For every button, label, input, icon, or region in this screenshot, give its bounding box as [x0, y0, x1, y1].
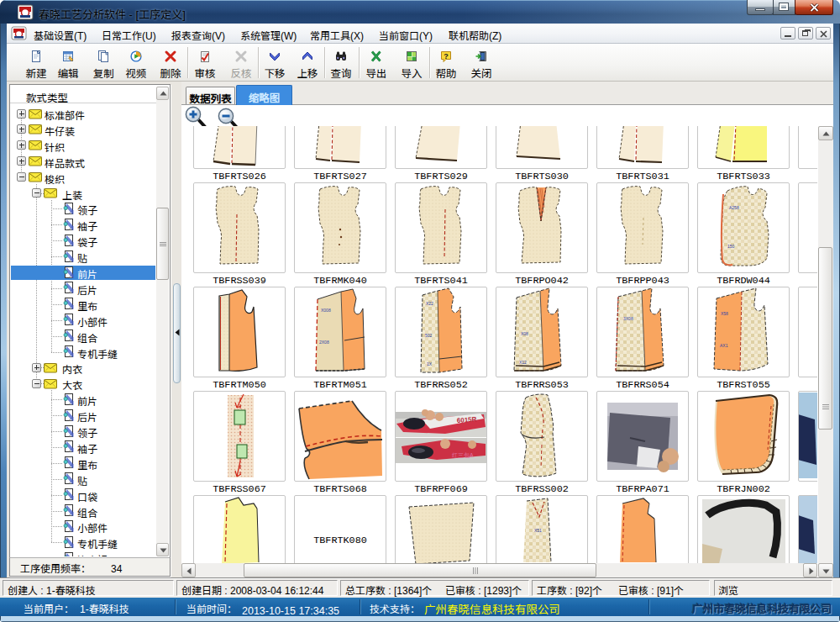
svg-text:X08: X08: [521, 331, 528, 336]
svg-text:X22: X22: [426, 301, 433, 306]
svg-text:X12: X12: [519, 360, 527, 365]
svg-text:6015R: 6015R: [457, 415, 477, 424]
svg-text:1X: 1X: [427, 361, 433, 366]
svg-text:502: 502: [425, 333, 433, 338]
svg-text:2X08: 2X08: [319, 340, 329, 345]
svg-text:X58: X58: [721, 311, 728, 316]
svg-text:TBFRTK080: TBFRTK080: [313, 535, 367, 546]
svg-text:150: 150: [727, 244, 735, 249]
svg-text:?: ?: [444, 52, 449, 61]
svg-text:A258: A258: [729, 205, 739, 210]
svg-text:AX1: AX1: [720, 343, 728, 348]
svg-text:X008: X008: [321, 308, 331, 313]
svg-text:3X08: 3X08: [623, 316, 633, 321]
svg-text:X51: X51: [534, 528, 542, 533]
svg-text:红三包A: 红三包A: [452, 452, 474, 458]
